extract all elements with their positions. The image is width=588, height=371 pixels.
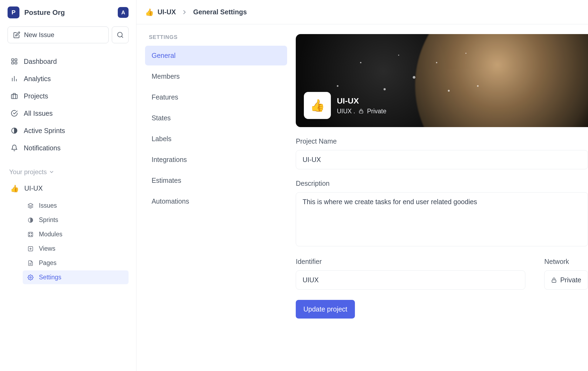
update-project-button[interactable]: Update project [296,300,355,319]
org-name: Posture Org [24,8,65,17]
crumb-project-label: UI-UX [157,8,176,16]
org-header: P Posture Org A [8,6,129,18]
subnav-label: Issues [39,202,57,209]
nav-analytics[interactable]: Analytics [8,71,129,87]
nav-label: Notifications [24,144,61,152]
nav-all-issues[interactable]: All Issues [8,105,129,121]
user-avatar[interactable]: A [118,7,129,18]
your-projects-toggle[interactable]: Your projects [8,167,129,177]
settings-nav: SETTINGS General Members Features States… [136,24,296,371]
svg-point-15 [31,233,32,234]
settings-heading: SETTINGS [145,34,287,40]
sidebar: P Posture Org A New Issue [0,0,136,371]
org-badge: P [8,6,19,18]
subnav-modules[interactable]: Modules [23,227,129,241]
project-subnav: Issues Sprints Modules Views [23,199,129,284]
settings-tab-integrations[interactable]: Integrations [145,150,287,170]
layers-icon [27,202,34,209]
new-issue-label: New Issue [24,31,54,39]
new-issue-button[interactable]: New Issue [8,27,109,43]
contrast-icon [27,217,34,224]
project-name-label: Project Name [296,137,588,145]
subnav-label: Views [39,245,55,252]
your-projects-label: Your projects [9,168,47,176]
settings-tab-estimates[interactable]: Estimates [145,171,287,190]
nav-label: Analytics [24,75,51,83]
project-ui-ux[interactable]: 👍 UI-UX [8,181,129,196]
cover-avatar[interactable]: 👍 [304,92,331,119]
analytics-icon [10,75,18,83]
dice-icon [27,231,34,238]
bell-icon [10,144,18,152]
check-circle-icon [10,109,18,117]
settings-tab-general[interactable]: General [145,46,287,65]
identifier-label: Identifier [296,258,525,266]
file-text-icon [27,260,34,267]
project-cover[interactable]: 👍 UI-UX UIUX . Private [296,34,588,127]
nav-label: Projects [24,92,48,100]
settings-form-area: 👍 UI-UX UIUX . Private [296,24,588,371]
subnav-label: Sprints [39,216,58,224]
chevron-right-icon [181,9,188,15]
svg-rect-4 [12,62,14,64]
nav-label: Dashboard [24,58,57,65]
lock-icon [358,108,364,114]
project-name-input[interactable] [296,150,588,169]
main-nav: Dashboard Analytics Projects All Issues [8,54,129,156]
svg-rect-2 [12,59,14,61]
thumbs-up-icon: 👍 [145,9,154,16]
cover-identifier: UIUX . [337,108,355,115]
main: 👍 UI-UX General Settings SETTINGS Genera… [136,0,588,371]
svg-rect-25 [552,280,556,282]
cover-visibility: Private [367,108,387,115]
svg-point-17 [31,235,32,236]
subnav-sprints[interactable]: Sprints [23,213,129,227]
svg-point-23 [30,277,31,278]
nav-projects[interactable]: Projects [8,88,129,104]
edit-icon [13,31,20,38]
dashboard-icon [10,57,18,65]
identifier-input[interactable] [296,270,525,290]
subnav-label: Settings [39,274,61,281]
subnav-views[interactable]: Views [23,242,129,256]
network-select[interactable]: Private [544,270,588,290]
subnav-pages[interactable]: Pages [23,256,129,270]
nav-notifications[interactable]: Notifications [8,140,129,156]
breadcrumb: 👍 UI-UX General Settings [136,0,588,24]
svg-rect-5 [15,62,17,64]
settings-tab-states[interactable]: States [145,108,287,128]
settings-tab-labels[interactable]: Labels [145,129,287,149]
briefcase-icon [10,92,18,100]
crumb-project[interactable]: 👍 UI-UX [145,8,176,16]
settings-tab-automations[interactable]: Automations [145,191,287,211]
svg-rect-3 [15,59,17,61]
search-button[interactable] [112,27,129,43]
contrast-icon [10,127,18,135]
thumbs-up-icon: 👍 [310,98,325,112]
subnav-settings[interactable]: Settings [23,270,129,284]
project-name: UI-UX [24,184,43,192]
description-label: Description [296,180,588,187]
lock-icon [551,277,557,283]
cover-info: 👍 UI-UX UIUX . Private [304,92,386,119]
settings-tab-members[interactable]: Members [145,67,287,86]
chevron-down-icon [49,169,54,175]
thumbs-up-icon: 👍 [10,185,19,192]
description-input[interactable] [296,192,588,246]
subnav-label: Modules [39,231,62,238]
crumb-page: General Settings [193,8,247,16]
cover-subtitle: UIUX . Private [337,108,386,115]
svg-point-14 [29,233,30,234]
nav-dashboard[interactable]: Dashboard [8,54,129,69]
network-value: Private [560,276,581,284]
svg-rect-9 [11,95,17,99]
subnav-issues[interactable]: Issues [23,199,129,213]
gear-icon [27,274,34,281]
frame-plus-icon [27,245,34,252]
svg-point-16 [29,235,30,236]
org-switcher[interactable]: P Posture Org [8,6,65,18]
svg-rect-24 [359,111,363,113]
nav-active-sprints[interactable]: Active Sprints [8,123,129,138]
subnav-label: Pages [39,259,56,267]
settings-tab-features[interactable]: Features [145,87,287,107]
